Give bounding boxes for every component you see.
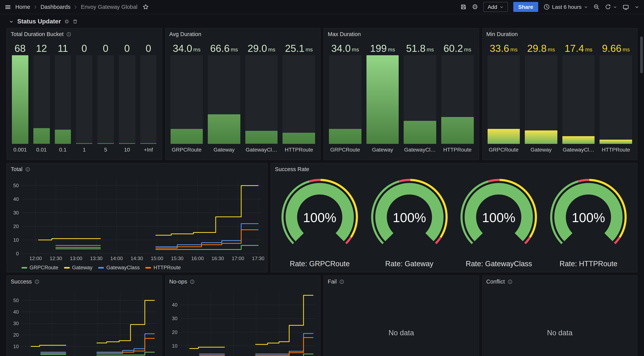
legend-item[interactable]: HTTPRoute — [146, 265, 181, 270]
time-series-chart[interactable]: 12:0012:3013:0013:3014:0014:3015:0015:30… — [10, 176, 264, 262]
panel-title: Avg Duration — [169, 31, 201, 37]
panel-title: Conflict — [486, 278, 505, 285]
bar-gauge-column: 0+Inf — [140, 41, 156, 156]
breadcrumb-home[interactable]: Home — [15, 4, 30, 10]
bar-gauge-bar — [33, 128, 50, 144]
svg-text:0: 0 — [16, 251, 19, 256]
row-collapse-chevron-icon[interactable] — [9, 19, 14, 24]
panel-header[interactable]: Total — [11, 166, 30, 172]
row-settings-icon[interactable]: ⚙ — [64, 19, 69, 24]
panel-title: Success Rate — [275, 166, 309, 172]
svg-text:100%: 100% — [303, 210, 336, 225]
panel-header[interactable]: Total Duration Bucket — [11, 31, 71, 37]
hamburger-menu-icon[interactable] — [4, 4, 11, 10]
panel-header[interactable]: Fail — [328, 278, 344, 285]
info-icon[interactable] — [340, 279, 344, 284]
row-title[interactable]: Status Updater — [17, 18, 61, 25]
info-icon[interactable] — [34, 279, 40, 284]
legend-series-color — [98, 267, 104, 268]
legend-item[interactable]: GRPCRoute — [22, 265, 58, 270]
svg-text:50: 50 — [13, 183, 19, 188]
refresh-interval-caret-icon[interactable] — [613, 5, 617, 9]
bar-gauge-column: 34.0msGRPCRoute — [329, 41, 361, 156]
bar-gauge-label: 0.001 — [12, 144, 28, 156]
panel-avg-duration: Avg Duration 34.0msGRPCRoute66.6msGatewa… — [165, 28, 320, 160]
bar-gauge-column: 01 — [76, 41, 92, 156]
time-series-chart[interactable]: 12:0013:0014:0015:0016:0017:000102030405… — [10, 289, 158, 356]
svg-text:40: 40 — [13, 309, 19, 315]
bar-gauge-value: 33.6ms — [488, 41, 520, 54]
bar-gauge-track — [119, 55, 135, 144]
bar-gauge-column: 29.8msGateway — [525, 41, 557, 156]
chevron-right-icon — [33, 5, 38, 9]
panel-header[interactable]: Max Duration — [328, 31, 361, 37]
svg-text:100%: 100% — [482, 210, 516, 225]
bar-gauge-label: HTTPRoute — [441, 144, 474, 156]
panel-success: Success 12:0013:0014:0015:0016:0017:0001… — [6, 275, 162, 356]
collapse-toolbar-chevron-icon[interactable] — [634, 5, 640, 10]
legend-item[interactable]: GatewayClass — [98, 265, 140, 270]
breadcrumb-dashboards[interactable]: Dashboards — [40, 4, 70, 10]
bar-gauge-column: 010 — [119, 41, 135, 156]
panel-total-duration-bucket: Total Duration Bucket 680.001120.01110.1… — [6, 28, 162, 160]
gauge-label: Rate: HTTPRoute — [560, 260, 617, 269]
panel-header[interactable]: Success Rate — [275, 166, 309, 172]
gauge: 100%Rate: Gateway — [364, 177, 454, 269]
bar-gauge-bar — [525, 131, 557, 144]
add-button[interactable]: Add — [484, 2, 508, 12]
bar-gauge-value: 0 — [97, 41, 114, 54]
bar-gauge-bar — [488, 129, 520, 144]
panel-title: Total — [11, 166, 22, 172]
save-dashboard-icon[interactable] — [460, 4, 466, 10]
chart-legend: GRPCRouteGatewayGatewayClassHTTPRoute — [22, 265, 181, 270]
panel-header[interactable]: Min Duration — [486, 31, 518, 37]
bar-gauge-bar — [329, 129, 361, 144]
time-range-picker[interactable]: Last 6 hours — [544, 4, 588, 10]
star-icon[interactable] — [143, 4, 149, 10]
svg-text:16:00: 16:00 — [191, 255, 204, 261]
tv-mode-icon[interactable] — [622, 4, 629, 10]
refresh-icon[interactable] — [605, 4, 611, 10]
legend-series-name: Gateway — [72, 265, 92, 270]
legend-item[interactable]: Gateway — [64, 265, 92, 270]
panel-title: No-ops — [169, 278, 187, 285]
scrollbar-thumb[interactable] — [640, 37, 643, 73]
bar-gauge-value: 0 — [119, 41, 135, 54]
gauge: 100%Rate: GatewayClass — [454, 177, 544, 269]
bar-gauge-track — [441, 55, 474, 144]
panel-title: Success — [11, 278, 32, 285]
panel-header[interactable]: No-ops — [169, 278, 195, 285]
info-icon[interactable] — [66, 32, 71, 37]
info-icon[interactable] — [508, 279, 512, 284]
bar-gauge: 34.0msGRPCRoute199msGateway51.8msGateway… — [329, 41, 474, 156]
legend-series-name: HTTPRoute — [154, 265, 181, 270]
bar-gauge-value: 29.8ms — [525, 41, 557, 54]
gauge: 100%Rate: HTTPRoute — [544, 177, 633, 269]
panel-header[interactable]: Conflict — [486, 278, 512, 285]
panel-header[interactable]: Avg Duration — [169, 31, 201, 37]
info-icon[interactable] — [25, 167, 30, 172]
bar-gauge-value: 0 — [76, 41, 92, 54]
bar-gauge-column: 680.001 — [12, 41, 28, 156]
zoom-out-icon[interactable] — [594, 4, 600, 10]
bar-gauge-track — [208, 55, 240, 144]
dashboard-settings-icon[interactable]: ⚙ — [472, 4, 478, 10]
bar-gauge-column: 17.4msGatewayCl… — [562, 41, 595, 156]
bar-gauge-bar — [441, 117, 474, 144]
clock-icon — [544, 4, 550, 10]
panel-header[interactable]: Success — [11, 278, 40, 285]
time-series-chart[interactable]: 12:0013:0014:0015:0016:0017:00010203040 — [168, 289, 317, 356]
svg-text:40: 40 — [13, 196, 19, 202]
svg-text:0: 0 — [16, 355, 19, 356]
share-button[interactable]: Share — [513, 2, 538, 12]
panel-total: Total 12:0012:3013:0013:3014:0014:3015:0… — [6, 163, 268, 272]
bar-gauge-bar — [208, 114, 240, 144]
bar-gauge-track — [404, 55, 436, 144]
info-icon[interactable] — [190, 279, 195, 284]
breadcrumb: Home Dashboards Envoy Gateway Global — [15, 4, 149, 10]
svg-text:12:30: 12:30 — [50, 255, 62, 261]
row-delete-icon[interactable] — [73, 19, 78, 24]
svg-text:30: 30 — [13, 320, 19, 326]
gauge: 100%Rate: GRPCRoute — [275, 177, 364, 269]
bar-gauge-track — [97, 55, 114, 144]
